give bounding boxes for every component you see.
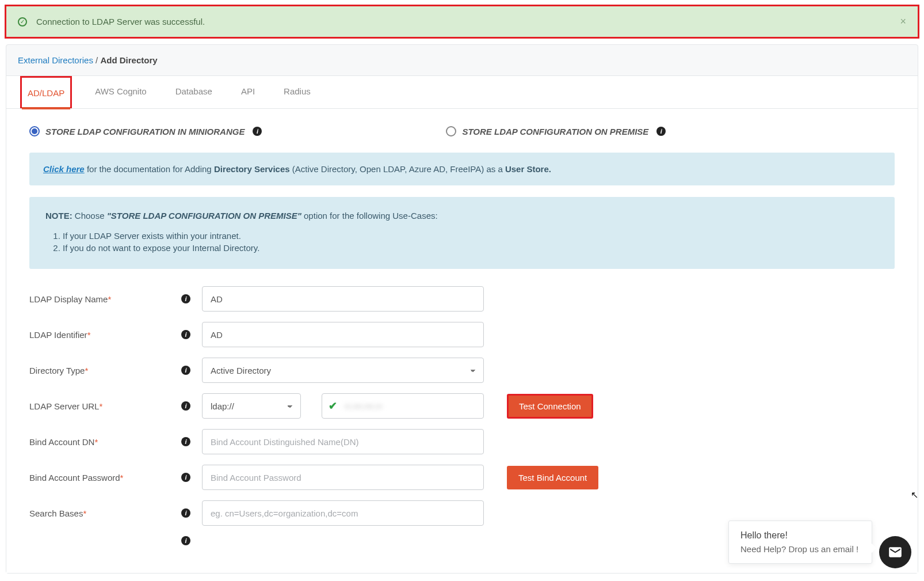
mail-icon [888, 545, 903, 560]
tab-radius[interactable]: Radius [278, 76, 316, 108]
tab-ad-ldap[interactable]: AD/LDAP [20, 76, 72, 108]
main-card: External Directories / Add Directory AD/… [6, 44, 918, 574]
tab-database[interactable]: Database [170, 76, 218, 108]
info-icon[interactable]: i [181, 508, 190, 518]
input-search-bases[interactable] [202, 500, 484, 526]
doc-banner: Click here for the documentation for Add… [29, 153, 895, 185]
radio-store-miniorange[interactable]: STORE LDAP CONFIGURATION IN MINIORANGE i [29, 126, 262, 136]
row-display-name: LDAP Display Name* i [29, 286, 895, 312]
check-icon: ✔ [329, 400, 337, 412]
doc-link[interactable]: Click here [43, 164, 85, 174]
info-icon[interactable]: i [253, 127, 262, 136]
chat-fab-button[interactable] [879, 536, 911, 568]
test-bind-account-button[interactable]: Test Bind Account [507, 466, 598, 489]
close-icon[interactable]: × [900, 16, 906, 28]
label-search-bases: Search Bases* [29, 508, 179, 518]
info-icon[interactable]: i [181, 536, 190, 545]
alert-message: Connection to LDAP Server was successful… [36, 17, 205, 26]
content: STORE LDAP CONFIGURATION IN MINIORANGE i… [6, 109, 918, 573]
label-directory-type: Directory Type* [29, 366, 179, 375]
info-icon[interactable]: i [181, 401, 190, 411]
tab-api[interactable]: API [235, 76, 261, 108]
label-server-url: LDAP Server URL* [29, 401, 179, 411]
input-display-name[interactable] [202, 286, 484, 312]
chat-tooltip: Hello there! Need Help? Drop us an email… [728, 521, 872, 564]
select-directory-type[interactable]: Active Directory [202, 358, 484, 383]
note-item: If your LDAP Server exists within your i… [63, 231, 879, 241]
label-bind-dn: Bind Account DN* [29, 437, 179, 447]
input-identifier[interactable] [202, 322, 484, 347]
tab-aws-cognito[interactable]: AWS Cognito [89, 76, 152, 108]
radio-store-onpremise[interactable]: STORE LDAP CONFIGURATION ON PREMISE i [446, 126, 666, 136]
chat-line1: Hello there! [740, 530, 860, 541]
info-icon[interactable]: i [656, 127, 666, 136]
breadcrumb-current: Add Directory [100, 55, 157, 65]
breadcrumb: External Directories / Add Directory [6, 45, 918, 76]
chat-line2: Need Help? Drop us an email ! [740, 544, 860, 554]
config-location-radio-group: STORE LDAP CONFIGURATION IN MINIORANGE i… [29, 126, 895, 136]
row-bind-dn: Bind Account DN* i [29, 429, 895, 454]
breadcrumb-parent-link[interactable]: External Directories [18, 55, 93, 65]
row-bind-pw: Bind Account Password* i Test Bind Accou… [29, 465, 895, 490]
radio-icon [446, 126, 456, 136]
input-bind-pw[interactable] [202, 465, 484, 490]
server-host-blurred: ••.•••.•••.•• [345, 401, 382, 411]
info-icon[interactable]: i [181, 473, 190, 482]
check-circle-icon: ✓ [18, 17, 27, 26]
input-bind-dn[interactable] [202, 429, 484, 454]
info-icon[interactable]: i [181, 294, 190, 303]
test-connection-button[interactable]: Test Connection [507, 394, 593, 419]
radio-icon [29, 126, 40, 136]
note-label: NOTE: [45, 211, 72, 221]
info-icon[interactable]: i [181, 437, 190, 446]
info-icon[interactable]: i [181, 366, 190, 375]
note-banner: NOTE: Choose "STORE LDAP CONFIGURATION O… [29, 197, 895, 269]
note-list: If your LDAP Server exists within your i… [63, 231, 879, 253]
radio-label: STORE LDAP CONFIGURATION IN MINIORANGE [45, 127, 245, 136]
radio-label: STORE LDAP CONFIGURATION ON PREMISE [462, 127, 648, 136]
tabs: AD/LDAP AWS Cognito Database API Radius [6, 76, 918, 109]
info-icon[interactable]: i [181, 330, 190, 339]
row-server-url: LDAP Server URL* i ldap:// ✔ ••.•••.•••.… [29, 393, 895, 419]
label-display-name: LDAP Display Name* [29, 294, 179, 304]
cursor-icon: ↖ [911, 489, 918, 500]
row-directory-type: Directory Type* i Active Directory [29, 358, 895, 383]
note-item: If you do not want to expose your Intern… [63, 243, 879, 253]
label-identifier: LDAP Identifier* [29, 330, 179, 340]
row-identifier: LDAP Identifier* i [29, 322, 895, 347]
label-bind-pw: Bind Account Password* [29, 473, 179, 483]
select-url-scheme[interactable]: ldap:// [202, 393, 301, 419]
alert-success: ✓ Connection to LDAP Server was successf… [5, 5, 919, 39]
